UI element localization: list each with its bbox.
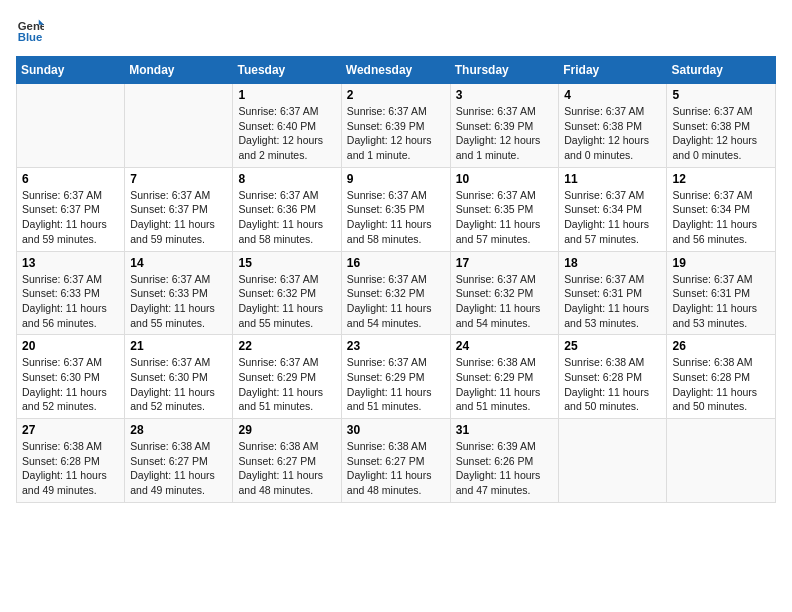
calendar-cell [559,419,667,503]
logo: General Blue [16,16,44,44]
day-of-week-header: Tuesday [233,57,341,84]
calendar-cell: 24Sunrise: 6:38 AM Sunset: 6:29 PM Dayli… [450,335,559,419]
logo-icon: General Blue [16,16,44,44]
day-number: 13 [22,256,119,270]
calendar-cell: 19Sunrise: 6:37 AM Sunset: 6:31 PM Dayli… [667,251,776,335]
calendar-cell: 18Sunrise: 6:37 AM Sunset: 6:31 PM Dayli… [559,251,667,335]
calendar-cell [667,419,776,503]
calendar-week-row: 13Sunrise: 6:37 AM Sunset: 6:33 PM Dayli… [17,251,776,335]
calendar-cell: 21Sunrise: 6:37 AM Sunset: 6:30 PM Dayli… [125,335,233,419]
day-number: 8 [238,172,335,186]
page-header: General Blue [16,16,776,44]
day-info: Sunrise: 6:37 AM Sunset: 6:30 PM Dayligh… [130,355,227,414]
day-info: Sunrise: 6:37 AM Sunset: 6:35 PM Dayligh… [347,188,445,247]
day-info: Sunrise: 6:37 AM Sunset: 6:35 PM Dayligh… [456,188,554,247]
calendar-cell: 31Sunrise: 6:39 AM Sunset: 6:26 PM Dayli… [450,419,559,503]
day-of-week-header: Friday [559,57,667,84]
day-number: 17 [456,256,554,270]
calendar-cell: 1Sunrise: 6:37 AM Sunset: 6:40 PM Daylig… [233,84,341,168]
day-info: Sunrise: 6:39 AM Sunset: 6:26 PM Dayligh… [456,439,554,498]
day-info: Sunrise: 6:38 AM Sunset: 6:27 PM Dayligh… [347,439,445,498]
day-number: 25 [564,339,661,353]
day-number: 6 [22,172,119,186]
day-number: 2 [347,88,445,102]
day-number: 23 [347,339,445,353]
day-number: 1 [238,88,335,102]
day-number: 4 [564,88,661,102]
day-info: Sunrise: 6:38 AM Sunset: 6:27 PM Dayligh… [130,439,227,498]
calendar-cell: 9Sunrise: 6:37 AM Sunset: 6:35 PM Daylig… [341,167,450,251]
day-info: Sunrise: 6:37 AM Sunset: 6:30 PM Dayligh… [22,355,119,414]
day-of-week-header: Saturday [667,57,776,84]
svg-text:Blue: Blue [18,31,43,43]
day-number: 26 [672,339,770,353]
day-number: 16 [347,256,445,270]
calendar-cell: 6Sunrise: 6:37 AM Sunset: 6:37 PM Daylig… [17,167,125,251]
calendar-table: SundayMondayTuesdayWednesdayThursdayFrid… [16,56,776,503]
day-info: Sunrise: 6:37 AM Sunset: 6:39 PM Dayligh… [456,104,554,163]
day-number: 20 [22,339,119,353]
day-info: Sunrise: 6:37 AM Sunset: 6:37 PM Dayligh… [22,188,119,247]
day-info: Sunrise: 6:38 AM Sunset: 6:27 PM Dayligh… [238,439,335,498]
day-info: Sunrise: 6:37 AM Sunset: 6:32 PM Dayligh… [238,272,335,331]
calendar-cell: 5Sunrise: 6:37 AM Sunset: 6:38 PM Daylig… [667,84,776,168]
calendar-cell: 15Sunrise: 6:37 AM Sunset: 6:32 PM Dayli… [233,251,341,335]
calendar-week-row: 27Sunrise: 6:38 AM Sunset: 6:28 PM Dayli… [17,419,776,503]
calendar-week-row: 1Sunrise: 6:37 AM Sunset: 6:40 PM Daylig… [17,84,776,168]
day-info: Sunrise: 6:37 AM Sunset: 6:34 PM Dayligh… [564,188,661,247]
day-number: 10 [456,172,554,186]
day-number: 31 [456,423,554,437]
day-number: 3 [456,88,554,102]
calendar-cell: 12Sunrise: 6:37 AM Sunset: 6:34 PM Dayli… [667,167,776,251]
calendar-cell: 14Sunrise: 6:37 AM Sunset: 6:33 PM Dayli… [125,251,233,335]
day-number: 15 [238,256,335,270]
day-info: Sunrise: 6:37 AM Sunset: 6:38 PM Dayligh… [672,104,770,163]
day-number: 19 [672,256,770,270]
calendar-cell: 17Sunrise: 6:37 AM Sunset: 6:32 PM Dayli… [450,251,559,335]
day-info: Sunrise: 6:37 AM Sunset: 6:31 PM Dayligh… [564,272,661,331]
day-number: 29 [238,423,335,437]
calendar-cell: 16Sunrise: 6:37 AM Sunset: 6:32 PM Dayli… [341,251,450,335]
calendar-cell: 11Sunrise: 6:37 AM Sunset: 6:34 PM Dayli… [559,167,667,251]
day-number: 9 [347,172,445,186]
day-info: Sunrise: 6:38 AM Sunset: 6:28 PM Dayligh… [672,355,770,414]
calendar-cell: 7Sunrise: 6:37 AM Sunset: 6:37 PM Daylig… [125,167,233,251]
day-info: Sunrise: 6:37 AM Sunset: 6:29 PM Dayligh… [347,355,445,414]
calendar-cell [17,84,125,168]
calendar-header-row: SundayMondayTuesdayWednesdayThursdayFrid… [17,57,776,84]
calendar-cell: 28Sunrise: 6:38 AM Sunset: 6:27 PM Dayli… [125,419,233,503]
day-info: Sunrise: 6:37 AM Sunset: 6:31 PM Dayligh… [672,272,770,331]
calendar-cell: 2Sunrise: 6:37 AM Sunset: 6:39 PM Daylig… [341,84,450,168]
day-number: 11 [564,172,661,186]
calendar-week-row: 20Sunrise: 6:37 AM Sunset: 6:30 PM Dayli… [17,335,776,419]
calendar-cell: 20Sunrise: 6:37 AM Sunset: 6:30 PM Dayli… [17,335,125,419]
day-number: 21 [130,339,227,353]
day-info: Sunrise: 6:38 AM Sunset: 6:29 PM Dayligh… [456,355,554,414]
calendar-cell: 29Sunrise: 6:38 AM Sunset: 6:27 PM Dayli… [233,419,341,503]
day-number: 12 [672,172,770,186]
day-info: Sunrise: 6:37 AM Sunset: 6:37 PM Dayligh… [130,188,227,247]
day-of-week-header: Sunday [17,57,125,84]
day-info: Sunrise: 6:37 AM Sunset: 6:32 PM Dayligh… [347,272,445,331]
day-of-week-header: Wednesday [341,57,450,84]
day-number: 18 [564,256,661,270]
day-info: Sunrise: 6:37 AM Sunset: 6:34 PM Dayligh… [672,188,770,247]
calendar-cell: 26Sunrise: 6:38 AM Sunset: 6:28 PM Dayli… [667,335,776,419]
calendar-cell: 10Sunrise: 6:37 AM Sunset: 6:35 PM Dayli… [450,167,559,251]
day-number: 28 [130,423,227,437]
day-number: 30 [347,423,445,437]
day-number: 22 [238,339,335,353]
day-number: 7 [130,172,227,186]
calendar-cell [125,84,233,168]
day-info: Sunrise: 6:37 AM Sunset: 6:40 PM Dayligh… [238,104,335,163]
day-info: Sunrise: 6:37 AM Sunset: 6:33 PM Dayligh… [130,272,227,331]
day-info: Sunrise: 6:37 AM Sunset: 6:29 PM Dayligh… [238,355,335,414]
calendar-week-row: 6Sunrise: 6:37 AM Sunset: 6:37 PM Daylig… [17,167,776,251]
calendar-cell: 23Sunrise: 6:37 AM Sunset: 6:29 PM Dayli… [341,335,450,419]
day-info: Sunrise: 6:38 AM Sunset: 6:28 PM Dayligh… [564,355,661,414]
day-number: 24 [456,339,554,353]
day-info: Sunrise: 6:38 AM Sunset: 6:28 PM Dayligh… [22,439,119,498]
day-number: 14 [130,256,227,270]
day-info: Sunrise: 6:37 AM Sunset: 6:39 PM Dayligh… [347,104,445,163]
calendar-cell: 8Sunrise: 6:37 AM Sunset: 6:36 PM Daylig… [233,167,341,251]
